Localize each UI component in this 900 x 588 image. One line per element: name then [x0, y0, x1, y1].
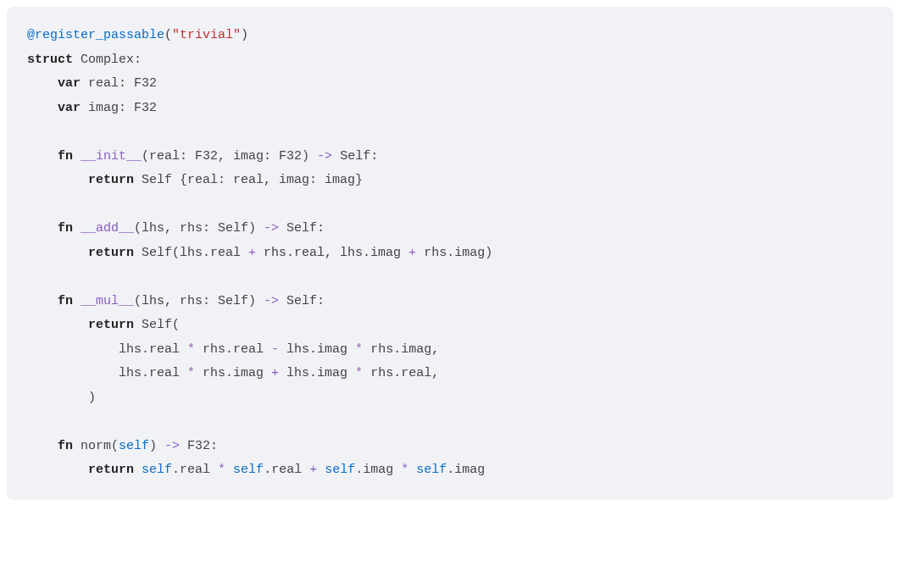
operator-token: - — [271, 342, 279, 357]
indent — [27, 173, 88, 187]
space — [225, 463, 233, 477]
text-token: Self: — [279, 221, 325, 236]
keyword-token: return — [88, 246, 134, 260]
space — [134, 463, 142, 477]
text-token: Self {real: real, imag: imag} — [134, 173, 363, 187]
operator-token: * — [187, 366, 195, 380]
indent — [27, 342, 119, 357]
text-token: lhs.real — [119, 366, 187, 380]
paren-token: ) — [241, 28, 248, 42]
indent — [27, 439, 58, 453]
text-token: rhs.real, — [363, 366, 439, 380]
code-line-19: return self.real * self.real + self.imag… — [27, 458, 873, 483]
space — [408, 463, 416, 477]
keyword-token: return — [88, 463, 134, 477]
self-token: self — [416, 463, 447, 477]
params-token: (lhs, rhs: Self) — [134, 294, 264, 308]
text-token: .real — [264, 463, 309, 477]
space — [73, 294, 81, 308]
operator-token: + — [271, 366, 279, 380]
text-token: Self: — [279, 294, 325, 308]
arrow-token: -> — [264, 221, 279, 236]
indent — [27, 294, 58, 308]
code-line-blank — [27, 120, 873, 145]
space — [73, 221, 81, 236]
indent — [27, 366, 119, 380]
operator-token: * — [355, 342, 363, 357]
keyword-token: return — [88, 318, 134, 332]
text-token: F32: — [180, 439, 218, 453]
code-line-blank — [27, 410, 873, 435]
operator-token: * — [355, 366, 363, 380]
indent — [27, 221, 58, 236]
self-token: self — [142, 463, 172, 477]
indent — [27, 76, 58, 91]
code-line-3: var real: F32 — [27, 72, 873, 97]
indent — [27, 318, 88, 332]
self-token: self — [233, 463, 264, 477]
arrow-token: -> — [164, 439, 180, 453]
keyword-token: var — [58, 101, 81, 115]
text-token: imag: F32 — [81, 101, 157, 115]
arrow-token: -> — [317, 149, 332, 164]
text-token: rhs.real — [195, 342, 271, 357]
text-token: .real — [172, 463, 218, 477]
paren-token: ( — [164, 28, 172, 42]
operator-token: * — [218, 463, 225, 477]
space — [73, 149, 81, 164]
indent — [27, 149, 58, 164]
text-token: real: F32 — [81, 76, 157, 91]
operator-token: + — [248, 246, 256, 260]
decorator-token: @register_passable — [27, 28, 164, 42]
keyword-token: return — [88, 173, 134, 187]
code-line-6: fn __init__(real: F32, imag: F32) -> Sel… — [27, 145, 873, 169]
text-token: Self( — [134, 318, 180, 332]
code-line-9: fn __add__(lhs, rhs: Self) -> Self: — [27, 217, 873, 241]
code-line-14: lhs.real * rhs.real - lhs.imag * rhs.ima… — [27, 338, 873, 363]
text-token: rhs.imag, — [363, 342, 439, 357]
space — [317, 463, 325, 477]
code-line-15: lhs.real * rhs.imag + lhs.imag * rhs.rea… — [27, 362, 873, 386]
keyword-token: fn — [58, 221, 73, 236]
keyword-token: struct — [27, 53, 73, 67]
code-line-1: @register_passable("trivial") — [27, 24, 873, 48]
keyword-token: var — [58, 76, 81, 91]
keyword-token: fn — [58, 149, 73, 164]
dunder-token: __init__ — [81, 149, 142, 164]
text-token: rhs.imag) — [416, 246, 492, 260]
operator-token: + — [309, 463, 317, 477]
code-line-4: var imag: F32 — [27, 97, 873, 121]
self-token: self — [119, 439, 149, 453]
indent — [27, 246, 88, 260]
code-line-16: ) — [27, 386, 873, 411]
text-token: Self: — [332, 149, 378, 164]
params-token: ) — [149, 439, 164, 453]
arrow-token: -> — [264, 294, 279, 308]
text-token: Self(lhs.real — [134, 246, 248, 260]
dunder-token: __add__ — [81, 221, 134, 236]
operator-token: + — [408, 246, 416, 260]
text-token: lhs.imag — [279, 366, 355, 380]
code-line-blank — [27, 193, 873, 218]
indent — [27, 463, 88, 477]
text-token: lhs.imag — [279, 342, 355, 357]
code-line-12: fn __mul__(lhs, rhs: Self) -> Self: — [27, 290, 873, 314]
operator-token: * — [187, 342, 195, 357]
params-token: (real: F32, imag: F32) — [142, 149, 317, 164]
code-block: @register_passable("trivial") struct Com… — [7, 7, 893, 500]
code-line-18: fn norm(self) -> F32: — [27, 435, 873, 459]
code-line-blank — [27, 265, 873, 290]
self-token: self — [325, 463, 355, 477]
code-line-7: return Self {real: real, imag: imag} — [27, 169, 873, 193]
operator-token: * — [401, 463, 408, 477]
text-token: rhs.imag — [195, 366, 271, 380]
dunder-token: __mul__ — [81, 294, 134, 308]
keyword-token: fn — [58, 439, 73, 453]
code-line-2: struct Complex: — [27, 48, 873, 73]
text-token: lhs.real — [119, 342, 187, 357]
text-token: ) — [88, 391, 96, 405]
indent — [27, 101, 58, 115]
text-token: .imag — [355, 463, 401, 477]
params-token: (lhs, rhs: Self) — [134, 221, 264, 236]
text-token: .imag — [447, 463, 485, 477]
